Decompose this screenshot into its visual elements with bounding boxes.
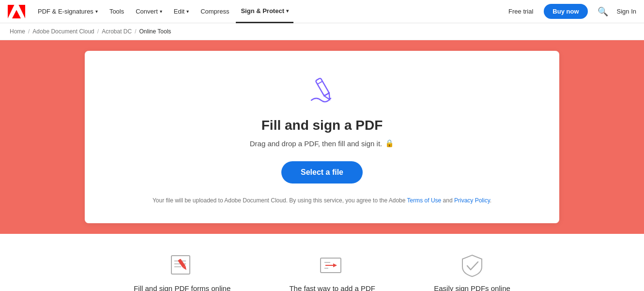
breadcrumb-sep-1: / [28, 28, 30, 35]
svg-marker-11 [333, 263, 337, 267]
select-file-button[interactable]: Select a file [281, 161, 363, 184]
hero-section: Fill and sign a PDF Drag and drop a PDF,… [0, 40, 644, 234]
nav-convert[interactable]: Convert▾ [131, 0, 167, 23]
breadcrumb-sep-3: / [135, 28, 136, 35]
fill-sign-icon [303, 70, 341, 109]
breadcrumb-document-cloud[interactable]: Adobe Document Cloud [32, 28, 94, 35]
hero-title: Fill and sign a PDF [261, 118, 383, 133]
svg-rect-3 [171, 256, 190, 274]
add-signature-icon [318, 253, 347, 277]
navbar: PDF & E-signatures▾ Tools Convert▾ Edit▾… [0, 0, 644, 23]
nav-sign-protect[interactable]: Sign & Protect▾ [236, 0, 293, 23]
nav-edit[interactable]: Edit▾ [169, 0, 194, 23]
hero-subtitle: Drag and drop a PDF, then fill and sign … [250, 139, 395, 148]
feature-fill-sign-forms: Fill and sign PDF forms online [134, 253, 230, 291]
easily-sign-icon [458, 253, 487, 277]
fill-sign-forms-icon [168, 253, 197, 277]
breadcrumb: Home / Adobe Document Cloud / Acrobat DC… [0, 23, 644, 40]
feature-add-signature: The fast way to add a PDF signature [279, 253, 385, 291]
terms-of-use-link[interactable]: Terms of Use [407, 197, 442, 204]
nav-buy-now-button[interactable]: Buy now [544, 4, 587, 19]
breadcrumb-home[interactable]: Home [10, 28, 25, 35]
nav-compress[interactable]: Compress [196, 0, 234, 23]
lock-icon: 🔒 [385, 139, 394, 148]
nav-sign-in[interactable]: Sign In [617, 8, 636, 15]
adobe-logo[interactable] [8, 5, 25, 18]
breadcrumb-acrobat-dc[interactable]: Acrobat DC [102, 28, 132, 35]
nav-free-trial[interactable]: Free trial [504, 8, 538, 15]
hero-card: Fill and sign a PDF Drag and drop a PDF,… [85, 51, 559, 223]
feature-1-title: Fill and sign PDF forms online [134, 284, 230, 291]
svg-rect-0 [315, 78, 329, 96]
feature-2-title: The fast way to add a PDF signature [279, 284, 385, 291]
svg-rect-7 [178, 259, 185, 268]
nav-pdf-esignatures[interactable]: PDF & E-signatures▾ [33, 0, 103, 23]
feature-easily-sign: Easily sign PDFs online [434, 253, 510, 291]
breadcrumb-sep-2: / [97, 28, 99, 35]
svg-line-2 [317, 81, 322, 84]
features-section: Fill and sign PDF forms online The fast … [0, 234, 644, 291]
hero-legal-text: Your file will be uploaded to Adobe Docu… [153, 197, 491, 204]
nav-tools[interactable]: Tools [105, 0, 129, 23]
breadcrumb-current: Online Tools [139, 28, 171, 35]
feature-3-title: Easily sign PDFs online [434, 284, 510, 291]
svg-marker-1 [324, 93, 332, 101]
search-icon[interactable]: 🔍 [598, 6, 608, 17]
privacy-policy-link[interactable]: Privacy Policy [454, 197, 490, 204]
